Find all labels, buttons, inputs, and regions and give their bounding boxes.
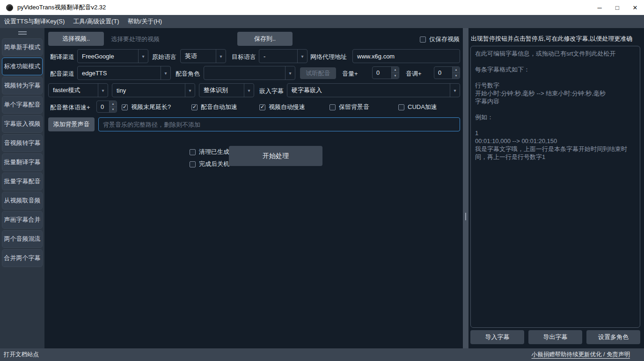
target-language-select[interactable]: - ▾ bbox=[259, 49, 307, 63]
menu-item-help-about[interactable]: 帮助/关于(H) bbox=[124, 15, 167, 28]
checkbox-box-icon bbox=[190, 149, 196, 155]
sidebar-item-batch-translate[interactable]: 批量翻译字幕 bbox=[2, 153, 43, 171]
checkbox-box-icon bbox=[259, 104, 265, 110]
bgm-path-input[interactable] bbox=[98, 117, 460, 131]
chevron-down-icon[interactable]: ▾ bbox=[98, 84, 108, 97]
proxy-address-label: 网络代理地址 bbox=[310, 53, 347, 61]
sidebar-item-batch-dub[interactable]: 批量字幕配音 bbox=[2, 173, 43, 190]
subtitle-panel: 出现暂停按钮并点击暂停后,可在此修改字幕,以便处理更准确 在此可编辑字幕信息，或… bbox=[468, 28, 644, 348]
sidebar-item-video-to-srt[interactable]: 视频转为字幕 bbox=[2, 77, 43, 94]
source-language-select[interactable]: 英语 ▾ bbox=[180, 49, 226, 63]
checkbox-label: 完成后关机 bbox=[199, 160, 229, 168]
donate-link[interactable]: 小额捐赠帮助待续更新优化 / 免责声明 bbox=[532, 351, 630, 359]
voice-role-select[interactable]: ▾ bbox=[204, 66, 295, 80]
set-multi-role-button[interactable]: 设置多角色 bbox=[586, 330, 640, 344]
close-button[interactable]: ✕ bbox=[626, 0, 644, 15]
sidebar-drag-handle[interactable] bbox=[18, 31, 27, 35]
maximize-button[interactable]: □ bbox=[608, 0, 626, 15]
app-icon bbox=[6, 4, 13, 11]
sidebar-item-extract-audio[interactable]: 从视频取音频 bbox=[2, 192, 43, 209]
spin-down-icon[interactable]: ▼ bbox=[110, 107, 117, 113]
chevron-down-icon[interactable]: ▾ bbox=[297, 50, 307, 63]
tts-channel-label: 配音渠道 bbox=[50, 70, 74, 78]
shutdown-after-checkbox[interactable]: 完成后关机 bbox=[190, 160, 229, 168]
spin-down-icon[interactable]: ▼ bbox=[392, 73, 399, 79]
only-save-video-checkbox[interactable]: 仅保存视频 bbox=[420, 35, 460, 43]
sidebar-item-mix-audio[interactable]: 两个音频混流 bbox=[2, 230, 43, 248]
whisper-mode-select[interactable]: faster模式 ▾ bbox=[48, 83, 108, 97]
checkbox-box-icon bbox=[191, 104, 198, 110]
target-language-label: 目标语言 bbox=[232, 53, 256, 61]
spin-up-icon[interactable]: ▲ bbox=[392, 67, 399, 73]
chevron-down-icon[interactable]: ▾ bbox=[216, 50, 226, 63]
chevron-down-icon[interactable]: ▾ bbox=[450, 84, 460, 97]
start-button[interactable]: 开始处理 bbox=[229, 146, 322, 166]
checkbox-box-icon bbox=[190, 161, 196, 167]
add-bgm-button[interactable]: 添加背景声音 bbox=[48, 117, 95, 131]
source-language-label: 原始语言 bbox=[152, 53, 176, 61]
voice-role-label: 配音角色 bbox=[176, 70, 200, 78]
chevron-down-icon[interactable]: ▾ bbox=[244, 84, 254, 97]
embed-subtitle-label: 嵌入字幕 bbox=[259, 87, 284, 95]
menu-item-settings-tts-key[interactable]: 设置TTS与翻译Key(S) bbox=[0, 15, 69, 28]
speech-rate-label: 配音整体语速+ bbox=[50, 103, 90, 112]
splitter-grip-icon bbox=[465, 213, 466, 220]
checkbox-label: 视频末尾延长? bbox=[131, 103, 171, 111]
embed-subtitle-select[interactable]: 硬字幕嵌入 ▾ bbox=[287, 83, 460, 97]
sidebar: 简单新手模式 标准功能模式 视频转为字幕 单个字幕配音 字幕嵌入视频 音视频转字… bbox=[0, 28, 44, 348]
spin-up-icon[interactable]: ▲ bbox=[453, 67, 460, 73]
extend-video-end-checkbox[interactable]: 视频末尾延长? bbox=[122, 103, 171, 111]
chevron-down-icon[interactable]: ▾ bbox=[185, 84, 195, 97]
save-to-button[interactable]: 保存到.. bbox=[237, 32, 293, 46]
auto-slowdown-video-checkbox[interactable]: 视频自动慢速 bbox=[259, 103, 305, 111]
chevron-down-icon[interactable]: ▾ bbox=[161, 66, 170, 79]
checkbox-label: 清理已生成 bbox=[199, 148, 229, 156]
cuda-accel-checkbox[interactable]: CUDA加速 bbox=[398, 103, 437, 111]
checkbox-label: 配音自动加速 bbox=[201, 103, 237, 111]
spin-down-icon[interactable]: ▼ bbox=[453, 73, 460, 79]
sidebar-item-single-srt-dub[interactable]: 单个字幕配音 bbox=[2, 96, 43, 114]
spin-up-icon[interactable]: ▲ bbox=[110, 101, 117, 107]
checkbox-label: CUDA加速 bbox=[408, 103, 437, 111]
chevron-down-icon[interactable]: ▾ bbox=[285, 66, 295, 79]
menu-item-tools-advanced[interactable]: 工具/高级设置(T) bbox=[69, 15, 123, 28]
window-title: pyVideoTrans视频翻译配音v2.32 bbox=[17, 3, 106, 12]
import-subtitle-button[interactable]: 导入字幕 bbox=[470, 330, 524, 344]
checkbox-box-icon bbox=[329, 104, 336, 110]
panel-splitter[interactable] bbox=[463, 28, 468, 348]
recognition-type-select[interactable]: 整体识别 ▾ bbox=[199, 83, 254, 97]
translate-channel-select[interactable]: FreeGoogle ▾ bbox=[77, 49, 148, 63]
sidebar-item-simple-mode[interactable]: 简单新手模式 bbox=[2, 38, 43, 56]
export-subtitle-button[interactable]: 导出字幕 bbox=[528, 330, 582, 344]
pitch-label: 音调+ bbox=[406, 70, 422, 78]
clear-generated-checkbox[interactable]: 清理已生成 bbox=[190, 148, 229, 156]
subtitle-editor[interactable]: 在此可编辑字幕信息，或拖动已有srt文件到此处松开 每条字幕格式如下： 行号数字… bbox=[470, 46, 640, 328]
proxy-address-input[interactable] bbox=[352, 49, 460, 63]
whisper-model-select[interactable]: tiny ▾ bbox=[112, 83, 195, 97]
open-docs-link[interactable]: 打开文档站点 bbox=[4, 351, 39, 359]
sidebar-item-merge-two-srt[interactable]: 合并两个字幕 bbox=[2, 249, 43, 267]
sidebar-item-embed-srt[interactable]: 字幕嵌入视频 bbox=[2, 115, 43, 133]
checkbox-label: 保留背景音 bbox=[339, 103, 369, 111]
status-bar: 打开文档站点 小额捐赠帮助待续更新优化 / 免责声明 bbox=[0, 348, 644, 361]
translate-channel-label: 翻译渠道 bbox=[50, 53, 74, 61]
keep-background-audio-checkbox[interactable]: 保留背景音 bbox=[329, 103, 369, 111]
select-video-button[interactable]: 选择视频.. bbox=[48, 32, 104, 46]
speech-rate-spinner[interactable]: 0 ▲ ▼ bbox=[96, 101, 117, 113]
pitch-spinner[interactable]: 0 ▲ ▼ bbox=[434, 66, 460, 79]
checkbox-box-icon bbox=[420, 36, 426, 43]
sidebar-item-standard-mode[interactable]: 标准功能模式 bbox=[2, 58, 43, 75]
listen-voice-button[interactable]: 试听配音 bbox=[300, 67, 336, 79]
tts-channel-select[interactable]: edgeTTS ▾ bbox=[77, 66, 171, 80]
checkbox-label: 仅保存视频 bbox=[429, 35, 460, 43]
volume-spinner[interactable]: 0 ▲ ▼ bbox=[372, 66, 399, 79]
checkbox-label: 视频自动慢速 bbox=[269, 103, 305, 111]
title-bar: pyVideoTrans视频翻译配音v2.32 ─ □ ✕ bbox=[0, 0, 644, 15]
minimize-button[interactable]: ─ bbox=[591, 0, 608, 15]
app-window: pyVideoTrans视频翻译配音v2.32 ─ □ ✕ 设置TTS与翻译Ke… bbox=[0, 0, 644, 361]
selected-video-hint: 选择要处理的视频 bbox=[111, 35, 160, 43]
chevron-down-icon[interactable]: ▾ bbox=[138, 50, 148, 63]
sidebar-item-audio-to-srt[interactable]: 音视频转字幕 bbox=[2, 134, 43, 152]
sidebar-item-av-srt-merge[interactable]: 声画字幕合并 bbox=[2, 211, 43, 229]
auto-speedup-dub-checkbox[interactable]: 配音自动加速 bbox=[191, 103, 237, 111]
